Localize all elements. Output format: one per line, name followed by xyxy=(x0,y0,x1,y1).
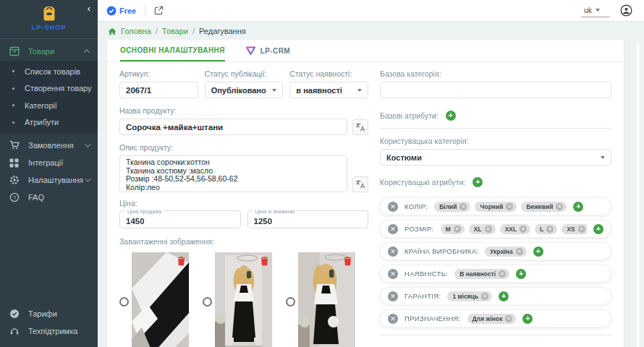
faq-icon: ? xyxy=(9,192,20,203)
caret-down-icon xyxy=(272,89,276,92)
description-textarea[interactable]: Тканина сорочки:коттон Тканина костюму :… xyxy=(119,155,347,192)
remove-attribute-icon[interactable]: ✕ xyxy=(388,202,398,212)
svg-text:?: ? xyxy=(12,194,16,201)
sidebar-subitem-label: Список товарів xyxy=(25,67,80,76)
tab-label: LP-CRM xyxy=(260,47,290,55)
remove-chip-icon[interactable]: ✕ xyxy=(546,226,554,233)
main-image-radio[interactable] xyxy=(119,297,129,307)
product-photo-3[interactable] xyxy=(298,252,355,347)
sidebar-item-settings[interactable]: Налаштування xyxy=(0,171,98,189)
tab-label: ОСНОВНІ НАЛАШТУВАННЯ xyxy=(120,46,225,54)
add-base-attribute-icon[interactable]: + xyxy=(446,111,456,121)
add-custom-attribute-icon[interactable]: + xyxy=(473,177,483,187)
remove-chip-icon[interactable]: ✕ xyxy=(578,226,585,233)
publish-status-label: Статус публікації: xyxy=(205,69,284,78)
sidebar-subitem-attributes[interactable]: Атрибути xyxy=(0,114,98,132)
product-name-input[interactable] xyxy=(119,119,347,135)
remove-chip-icon[interactable]: ✕ xyxy=(556,203,563,210)
breadcrumb-separator: / xyxy=(156,27,158,35)
tab-main-settings[interactable]: ОСНОВНІ НАЛАШТУВАННЯ xyxy=(120,40,225,61)
sale-price-field: Ціна продажу xyxy=(119,210,241,228)
attribute-name: НАЯВНІСТЬ: xyxy=(404,270,448,278)
remove-chip-icon[interactable]: ✕ xyxy=(505,315,512,322)
bullet-dot xyxy=(12,87,14,90)
sidebar-item-faq[interactable]: ? FAQ xyxy=(0,189,98,206)
attribute-chips: Україна✕ xyxy=(485,247,526,257)
chip-label: L xyxy=(540,226,543,233)
uploaded-images-row-1 xyxy=(119,252,368,347)
remove-chip-icon[interactable]: ✕ xyxy=(459,203,467,210)
custom-category-select[interactable]: Костюми xyxy=(380,149,611,166)
add-value-icon[interactable]: + xyxy=(533,247,543,257)
tab-bar: ОСНОВНІ НАЛАШТУВАННЯ LP-CRM xyxy=(107,40,624,62)
remove-attribute-icon[interactable]: ✕ xyxy=(388,269,398,279)
chip-label: Чорний xyxy=(480,203,503,210)
remove-chip-icon[interactable]: ✕ xyxy=(506,203,513,210)
add-value-icon[interactable]: + xyxy=(573,202,583,212)
product-photo-1[interactable] xyxy=(132,252,189,347)
delete-image-icon[interactable] xyxy=(344,256,352,266)
attribute-name: КРАЇНА ВИРОБНИКА: xyxy=(404,247,478,255)
base-category-label: Базова категорія: xyxy=(380,69,611,78)
translate-button[interactable] xyxy=(352,176,368,192)
sidebar-nav: Товари Список товарів Створення товару К… xyxy=(0,39,98,305)
language-select[interactable]: uk xyxy=(581,4,610,17)
chip-label: Україна xyxy=(490,248,512,255)
main-image-radio[interactable] xyxy=(203,297,212,307)
sidebar-subitem-categories[interactable]: Категорії xyxy=(0,97,98,114)
remove-chip-icon[interactable]: ✕ xyxy=(481,293,488,300)
logo-text: LP-SHOP xyxy=(0,23,98,31)
product-photo-2[interactable] xyxy=(215,252,272,347)
sidebar-item-orders[interactable]: Замовлення xyxy=(0,137,98,154)
logo-block: ‹ LP-SHOP xyxy=(0,0,98,39)
attribute-chips: M✕ XL✕ XXL✕ L✕ XS✕ S✕ xyxy=(441,224,587,234)
chip-label: Бежевий xyxy=(526,203,553,210)
remove-attribute-icon[interactable]: ✕ xyxy=(388,291,398,301)
breadcrumb: Головна / Товари / Редагування xyxy=(98,22,640,40)
remove-chip-icon[interactable]: ✕ xyxy=(485,226,492,233)
topbar: Free uk xyxy=(98,0,644,22)
translate-button[interactable] xyxy=(352,119,368,135)
sku-input[interactable] xyxy=(119,82,198,98)
publish-status-select[interactable]: Опубліковано xyxy=(205,82,284,98)
breadcrumb-link-products[interactable]: Товари xyxy=(162,27,188,35)
chip-label: XL xyxy=(474,226,482,233)
sidebar-collapse-icon[interactable]: ‹ xyxy=(88,3,90,14)
sidebar-item-products[interactable]: Товари xyxy=(0,41,98,61)
remove-attribute-icon[interactable]: ✕ xyxy=(388,314,398,324)
attribute-chip: В наявності✕ xyxy=(454,269,509,279)
main-image-radio[interactable] xyxy=(286,297,295,307)
remove-chip-icon[interactable]: ✕ xyxy=(499,270,506,278)
sidebar-subitem-product-list[interactable]: Список товарів xyxy=(0,63,98,80)
account-avatar-icon[interactable] xyxy=(620,4,632,17)
add-value-icon[interactable]: + xyxy=(522,314,533,324)
remove-chip-icon[interactable]: ✕ xyxy=(520,226,527,233)
sidebar-subitem-product-create[interactable]: Створення товару xyxy=(0,80,98,98)
delete-image-icon[interactable] xyxy=(260,256,268,266)
base-category-input[interactable] xyxy=(380,82,611,98)
page-scrollbar[interactable] xyxy=(635,43,640,347)
tariffs-check-icon xyxy=(9,309,20,320)
chip-label: 1 місяць xyxy=(452,293,478,300)
add-value-icon[interactable]: + xyxy=(516,269,526,279)
tab-lp-crm[interactable]: LP-CRM xyxy=(245,40,290,61)
attribute-name: КОЛІР: xyxy=(404,202,428,210)
custom-category-label: Користувацька категорія: xyxy=(380,137,611,145)
caret-down-icon xyxy=(596,9,600,12)
plan-badge[interactable]: Free xyxy=(106,6,136,16)
remove-chip-icon[interactable]: ✕ xyxy=(516,248,523,255)
open-in-new-icon[interactable] xyxy=(154,6,164,15)
chevron-down-icon xyxy=(85,176,90,181)
sidebar-item-integrations[interactable]: Інтеграції xyxy=(0,154,98,171)
stock-status-select[interactable]: в наявності xyxy=(289,82,368,98)
remove-chip-icon[interactable]: ✕ xyxy=(454,226,461,233)
image-item xyxy=(119,252,189,347)
sidebar-item-support[interactable]: Техпідтримка xyxy=(0,322,98,340)
remove-attribute-icon[interactable]: ✕ xyxy=(388,247,398,257)
sidebar-item-tariffs[interactable]: Тарифи xyxy=(0,305,98,322)
delete-image-icon[interactable] xyxy=(177,256,185,266)
add-value-icon[interactable]: + xyxy=(499,291,509,301)
remove-attribute-icon[interactable]: ✕ xyxy=(388,224,398,234)
add-value-icon[interactable]: + xyxy=(593,224,603,234)
breadcrumb-link-home[interactable]: Головна xyxy=(121,27,151,35)
